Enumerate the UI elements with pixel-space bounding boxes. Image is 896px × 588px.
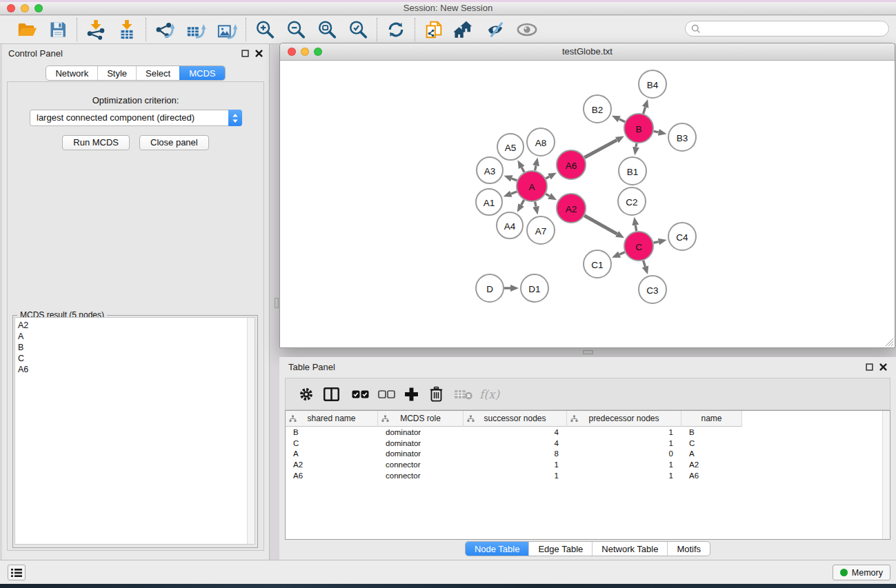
refresh-view-icon[interactable] <box>385 19 407 41</box>
tab-edge-table[interactable]: Edge Table <box>528 542 592 556</box>
graph-node-A3[interactable]: A3 <box>477 157 503 183</box>
table-row[interactable]: A6connector11A6 <box>286 470 882 481</box>
graph-node-C3[interactable]: C3 <box>639 276 666 303</box>
network-minimize-button[interactable] <box>301 48 309 56</box>
graph-node-A7[interactable]: A7 <box>527 216 555 244</box>
result-list-scrollbar[interactable] <box>247 318 255 544</box>
hide-unselected-icon[interactable] <box>485 19 507 41</box>
graph-node-A2[interactable]: A2 <box>557 194 586 223</box>
column-header-name[interactable]: name <box>681 411 742 427</box>
graph-edge-B-B2[interactable] <box>619 119 625 122</box>
graph-edge-A2-C[interactable] <box>584 216 617 234</box>
horizontal-splitter-grip[interactable] <box>583 350 593 354</box>
graph-node-A5[interactable]: A5 <box>497 134 524 160</box>
criterion-dropdown[interactable]: largest connected component (directed) <box>30 110 242 126</box>
graph-edge-A-A4[interactable] <box>521 200 524 205</box>
close-table-panel-icon[interactable] <box>879 363 887 371</box>
zoom-fit-icon[interactable] <box>316 19 338 41</box>
table-row[interactable]: Cdominator41C <box>286 438 882 449</box>
graph-node-B1[interactable]: B1 <box>619 157 646 185</box>
window-resize-grip[interactable] <box>884 337 893 346</box>
graph-node-B[interactable]: B <box>624 114 653 143</box>
graph-edge-A-A3[interactable] <box>512 179 517 181</box>
network-window-titlebar[interactable]: testGlobe.txt <box>280 43 895 61</box>
graph-edge-A-A8[interactable] <box>535 165 536 170</box>
add-column-plus-icon[interactable] <box>404 387 419 401</box>
graph-edge-A-A5[interactable] <box>521 168 524 172</box>
zoom-window-button[interactable] <box>34 4 43 12</box>
graph-node-B2[interactable]: B2 <box>584 95 611 123</box>
graph-node-C[interactable]: C <box>624 232 653 261</box>
search-input[interactable] <box>701 24 888 34</box>
result-list-item[interactable]: C <box>15 353 246 364</box>
import-network-icon[interactable] <box>85 19 107 41</box>
close-window-button[interactable] <box>7 4 15 12</box>
column-header-predecessor-nodes[interactable]: predecessor nodes <box>567 411 681 427</box>
close-panel-icon[interactable] <box>255 50 263 57</box>
close-panel-button[interactable]: Close panel <box>139 135 209 150</box>
graph-node-A8[interactable]: A8 <box>527 128 555 156</box>
graph-edge-B-B3[interactable] <box>654 131 659 132</box>
result-list-item[interactable]: A6 <box>15 364 246 375</box>
graph-edge-A-A7[interactable] <box>535 202 536 207</box>
tab-mcds[interactable]: MCDS <box>179 66 224 80</box>
deselect-all-icon[interactable] <box>378 390 395 398</box>
mcds-result-list[interactable]: A2ABCA6 <box>14 317 255 545</box>
run-mcds-button[interactable]: Run MCDS <box>62 135 130 150</box>
delete-column-trash-icon[interactable] <box>430 386 443 402</box>
graph-node-D1[interactable]: D1 <box>521 274 548 302</box>
graph-edge-C-C2[interactable] <box>635 225 636 232</box>
graph-node-A4[interactable]: A4 <box>497 212 523 239</box>
float-panel-icon[interactable] <box>241 50 249 57</box>
graph-node-C4[interactable]: C4 <box>668 223 696 250</box>
graph-node-A1[interactable]: A1 <box>476 189 502 215</box>
graph-edge-A-A6[interactable] <box>546 176 549 179</box>
column-header-successor-nodes[interactable]: successor nodes <box>464 411 567 427</box>
network-canvas[interactable]: B4B2BB3A8A5A6B1A3AA1C2A2A4A7C4CC1C3DD1 <box>280 61 895 347</box>
graph-edge-A6-B[interactable] <box>584 140 617 157</box>
table-row[interactable]: A2connector11A2 <box>286 459 882 470</box>
memory-button[interactable]: Memory <box>833 565 890 580</box>
tab-style[interactable]: Style <box>97 66 136 80</box>
tab-select[interactable]: Select <box>136 66 179 80</box>
save-session-icon[interactable] <box>47 19 69 41</box>
graph-edge-B-B1[interactable] <box>636 143 637 148</box>
show-all-eye-icon[interactable] <box>516 19 538 41</box>
graph-edge-C-C3[interactable] <box>644 261 646 267</box>
graph-edge-C-C4[interactable] <box>653 242 658 243</box>
task-history-button[interactable] <box>8 565 26 580</box>
graph-node-B3[interactable]: B3 <box>668 123 696 151</box>
minimize-window-button[interactable] <box>21 4 29 12</box>
tab-network[interactable]: Network <box>46 66 97 80</box>
column-header-MCDS-role[interactable]: MCDS role <box>378 411 464 427</box>
vertical-splitter-grip[interactable] <box>275 298 279 308</box>
tab-node-table[interactable]: Node Table <box>466 542 529 556</box>
table-scrollbar[interactable] <box>882 411 890 539</box>
graph-node-B4[interactable]: B4 <box>639 70 666 98</box>
float-table-panel-icon[interactable] <box>866 363 873 371</box>
table-settings-gear-icon[interactable] <box>299 387 314 402</box>
zoom-in-icon[interactable] <box>254 19 276 41</box>
network-close-button[interactable] <box>288 48 296 56</box>
table-row[interactable]: Bdominator41B <box>286 427 882 438</box>
network-zoom-button[interactable] <box>314 48 322 56</box>
copy-style-icon[interactable] <box>423 19 445 41</box>
search-box[interactable] <box>685 21 889 37</box>
zoom-out-icon[interactable] <box>285 19 307 41</box>
import-table-icon[interactable] <box>116 19 138 41</box>
export-network-icon[interactable] <box>154 19 176 41</box>
split-view-icon[interactable] <box>323 387 339 401</box>
graph-node-D[interactable]: D <box>476 274 504 302</box>
graph-edge-B-B4[interactable] <box>644 107 646 114</box>
network-graph[interactable]: B4B2BB3A8A5A6B1A3AA1C2A2A4A7C4CC1C3DD1 <box>280 61 895 347</box>
graph-node-A6[interactable]: A6 <box>557 150 586 179</box>
tab-motifs[interactable]: Motifs <box>667 542 710 556</box>
home-layout-icon[interactable] <box>454 19 476 41</box>
graph-node-A[interactable]: A <box>517 171 547 201</box>
table-row[interactable]: Adominator80A <box>286 448 882 459</box>
graph-edge-A-A2[interactable] <box>546 194 550 196</box>
graph-node-C2[interactable]: C2 <box>618 187 646 215</box>
graph-edge-A-A1[interactable] <box>511 192 517 194</box>
graph-edge-C-C1[interactable] <box>619 252 625 254</box>
column-header-shared-name[interactable]: shared name <box>286 411 378 427</box>
